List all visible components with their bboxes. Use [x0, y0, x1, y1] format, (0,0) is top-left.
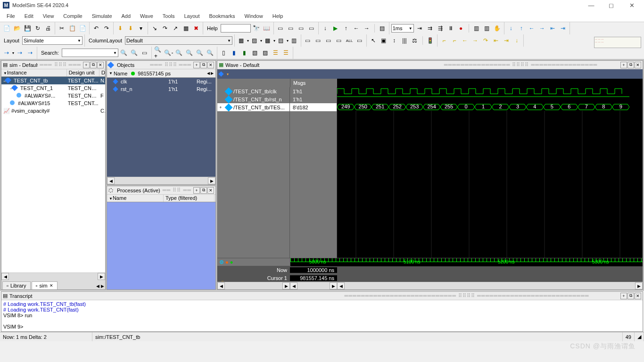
help-input[interactable]: [221, 24, 251, 33]
all-icon[interactable]: ALL: [345, 36, 354, 45]
proc-add-button[interactable]: +: [193, 187, 200, 194]
compile-icon[interactable]: ⬇: [116, 24, 125, 33]
zoom-fit-icon[interactable]: 🔍: [185, 48, 194, 58]
layer4-icon[interactable]: ▭: [307, 24, 316, 33]
shape4-icon[interactable]: ▭: [334, 36, 344, 45]
w5-icon[interactable]: ▨: [261, 48, 270, 58]
updown-icon[interactable]: ↕: [389, 36, 399, 45]
run-step-icon[interactable]: ⇥: [415, 24, 424, 33]
bars-icon[interactable]: |||: [400, 36, 409, 45]
sim-scroll-track[interactable]: [9, 273, 98, 280]
proc-close-button[interactable]: ✕: [207, 187, 214, 194]
book-icon[interactable]: 📖: [262, 24, 272, 33]
nav2-icon[interactable]: ↑: [517, 24, 526, 33]
sim-scroll-left[interactable]: ◀: [1, 273, 9, 280]
obj-scroll-track[interactable]: [115, 177, 208, 184]
zoom-in-icon[interactable]: 🔍+: [154, 48, 163, 58]
step-into-icon[interactable]: ↘: [150, 24, 159, 33]
sim-tree-row[interactable]: − TEST_CNT_1TEST_CNT(...: [1, 84, 105, 92]
layer1-icon[interactable]: ▭: [276, 24, 285, 33]
proc-col-header[interactable]: Type (filtered): [164, 195, 215, 202]
save-icon[interactable]: 💾: [23, 24, 32, 33]
w6-icon[interactable]: ☰: [271, 48, 281, 58]
wave-add-button[interactable]: +: [620, 62, 627, 68]
sim-tree-row[interactable]: − TEST_CNT_tbTEST_CNT...N: [1, 77, 105, 84]
y8-icon[interactable]: ↓: [512, 36, 521, 45]
obj-scroll-right[interactable]: ▶: [208, 177, 215, 184]
tr-undock-button[interactable]: ⧉: [627, 293, 634, 299]
wave-close-button[interactable]: ✕: [635, 62, 641, 68]
traffic-icon[interactable]: 🚦: [426, 36, 435, 45]
columnlayout-combo[interactable]: Default▼: [125, 36, 232, 45]
sim-close-button[interactable]: ✕: [97, 62, 104, 68]
prev-icon[interactable]: ←: [352, 24, 361, 33]
tr-close-button[interactable]: ✕: [635, 293, 641, 299]
run-cont-icon[interactable]: ⇶: [436, 24, 445, 33]
tab-library[interactable]: ▫Library: [2, 281, 31, 289]
stop-icon[interactable]: ✖: [191, 24, 201, 33]
zoom-range-icon[interactable]: 🔍: [206, 48, 215, 58]
obj-add-button[interactable]: +: [193, 62, 200, 68]
zoom-full-icon[interactable]: 🔍: [174, 48, 184, 58]
object-row[interactable]: clk1'h1Regi...: [107, 78, 215, 85]
w7-icon[interactable]: ☰: [281, 48, 291, 58]
nav3-icon[interactable]: ←: [527, 24, 537, 33]
y3-icon[interactable]: ←: [460, 36, 470, 45]
maximize-button[interactable]: ◻: [602, 2, 621, 9]
y5-icon[interactable]: ↷: [481, 36, 490, 45]
copy-icon[interactable]: 📋: [67, 24, 77, 33]
sim-undock-button[interactable]: ⧉: [90, 62, 97, 68]
menu-wave[interactable]: Wave: [135, 12, 158, 20]
grp-e-icon[interactable]: ▥: [289, 36, 299, 45]
proc-undock-button[interactable]: ⧉: [200, 187, 207, 194]
wave-tb-icon2[interactable]: ▾: [227, 72, 229, 76]
layer3-icon[interactable]: ▭: [297, 24, 306, 33]
shape3-icon[interactable]: ▭: [324, 36, 333, 45]
sel-rect-icon[interactable]: ▣: [379, 36, 388, 45]
step-out-icon[interactable]: ↗: [171, 24, 180, 33]
find-next-icon[interactable]: 🔍: [119, 48, 129, 58]
proc-col-header[interactable]: ▼Name: [107, 195, 164, 202]
grp-b-icon[interactable]: ▨: [250, 36, 259, 45]
wn-scroll-left[interactable]: ◀: [217, 282, 225, 289]
hand-icon[interactable]: ✋: [493, 24, 502, 33]
obj-undock-button[interactable]: ⧉: [200, 62, 207, 68]
open-icon[interactable]: 📂: [12, 24, 22, 33]
menu-edit[interactable]: Edit: [20, 12, 38, 20]
list-icon[interactable]: ▤: [378, 24, 387, 33]
status-resize-icon[interactable]: ◢: [637, 334, 641, 340]
break-icon[interactable]: ⏸: [446, 24, 455, 33]
wave-plot-area[interactable]: 2492502512522532542550123456789: [337, 87, 643, 258]
w3-icon[interactable]: ▮: [240, 48, 249, 58]
stop2-icon[interactable]: ●: [456, 24, 466, 33]
paste-icon[interactable]: 📄: [78, 24, 87, 33]
layer2-icon[interactable]: ▭: [286, 24, 296, 33]
wn-scroll-right[interactable]: ▶: [282, 282, 290, 289]
menu-simulate[interactable]: Simulate: [87, 12, 117, 20]
y4-icon[interactable]: →: [471, 36, 480, 45]
scale-icon[interactable]: ⚖: [410, 36, 420, 45]
sim-tree-row[interactable]: #ALWAYS#...TEST_CNT(...F: [1, 92, 105, 99]
wave-undock-button[interactable]: ⧉: [627, 62, 634, 68]
sim-add-button[interactable]: +: [83, 62, 90, 68]
find-opt-icon[interactable]: ▭: [140, 48, 149, 58]
redo-icon[interactable]: ↷: [102, 24, 111, 33]
minimize-button[interactable]: —: [582, 2, 601, 9]
wave-signal-row[interactable]: /TEST_CNT_tb/clk: [217, 87, 289, 95]
restart-icon[interactable]: ↓: [321, 24, 330, 33]
zoom-cursor-icon[interactable]: 🔍: [195, 48, 205, 58]
grp-c-icon[interactable]: ▩: [263, 36, 272, 45]
run-icon[interactable]: ▶: [331, 24, 340, 33]
nav1-icon[interactable]: ↓: [506, 24, 516, 33]
layout-combo[interactable]: Simulate▼: [22, 36, 83, 45]
next-icon[interactable]: →: [362, 24, 372, 33]
grp-d-icon[interactable]: ▤: [276, 36, 286, 45]
obj-name-header[interactable]: Name: [114, 71, 127, 76]
nav4-icon[interactable]: →: [537, 24, 547, 33]
y7-icon[interactable]: ⇥: [502, 36, 511, 45]
shape5-icon[interactable]: ▭: [355, 36, 364, 45]
wave-signal-row[interactable]: +/TEST_CNT_tb/TES...: [217, 103, 289, 111]
wave-tb-icon1[interactable]: [218, 71, 223, 76]
tr-add-button[interactable]: +: [620, 293, 627, 299]
wave2-icon[interactable]: ▥: [482, 24, 492, 33]
